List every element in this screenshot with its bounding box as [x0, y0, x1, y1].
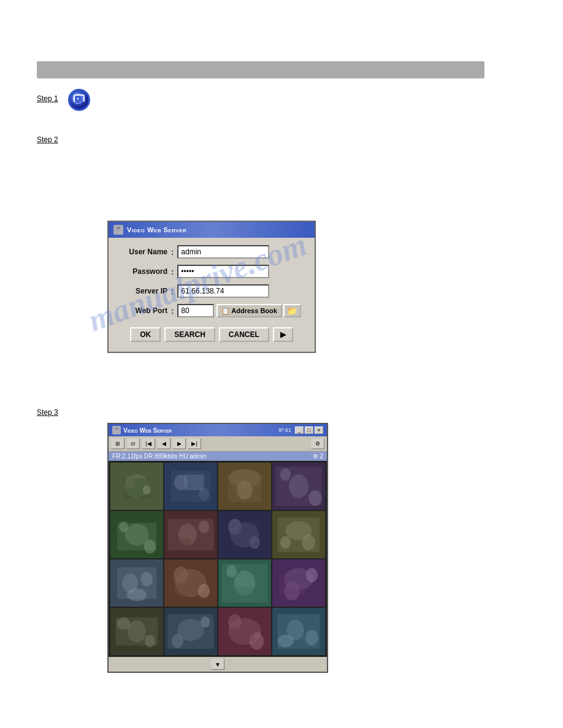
serverip-colon: :	[171, 287, 174, 296]
toolbar-btn-1[interactable]: ⊞	[111, 438, 124, 449]
toolbar-btn-5[interactable]: ▶	[172, 438, 186, 449]
cancel-button[interactable]: CANCEL	[219, 327, 269, 342]
svg-point-2	[77, 97, 79, 100]
webport-label: Web Port	[118, 306, 167, 315]
ok-button[interactable]: OK	[130, 327, 161, 342]
serverip-label: Server IP	[118, 287, 167, 295]
svg-rect-6	[115, 428, 118, 430]
svg-point-64	[306, 568, 318, 582]
vws-toolbar: ⊞ cr |◀ ◀ ▶ ▶| ⚙	[109, 436, 327, 452]
webport-colon: :	[171, 306, 174, 316]
svg-rect-16	[184, 474, 204, 490]
dialog-box: Video Web Server User Name : Password : …	[107, 221, 316, 353]
username-colon: :	[171, 248, 174, 257]
password-label: Password	[118, 267, 167, 276]
vws-titlebar-controls: IP:61 _ □ ×	[278, 427, 323, 434]
video-cell-12[interactable]	[272, 559, 325, 607]
toolbar-btn-4[interactable]: ◀	[157, 438, 170, 449]
vws-window-title: Video Web Server	[123, 427, 172, 434]
svg-point-34	[199, 520, 209, 533]
password-row: Password :	[118, 265, 305, 278]
play-button[interactable]: ▶	[273, 327, 293, 342]
svg-rect-60	[235, 587, 255, 601]
video-cell-7[interactable]	[218, 511, 271, 558]
video-cell-5[interactable]	[110, 511, 163, 558]
folder-icon: 📁	[287, 306, 297, 316]
svg-rect-55	[174, 575, 197, 595]
vws-title-icon	[112, 426, 121, 434]
username-input[interactable]	[177, 245, 269, 259]
svg-point-20	[237, 481, 253, 500]
vws-status-right: ⚙ 2	[313, 453, 323, 460]
video-cell-11[interactable]	[218, 559, 271, 607]
vws-ip-label: IP:61	[278, 427, 291, 433]
dialog-title-text: Video Web Server	[127, 226, 186, 233]
toolbar-btn-3[interactable]: |◀	[142, 438, 155, 449]
svg-point-44	[302, 535, 315, 551]
vws-titlebar: Video Web Server IP:61 _ □ ×	[109, 424, 327, 436]
action-bar: OK SEARCH CANCEL ▶	[118, 324, 305, 344]
svg-point-28	[125, 524, 149, 546]
video-cell-9[interactable]	[110, 559, 163, 607]
svg-rect-65	[279, 575, 305, 595]
toolbar-btn-6[interactable]: ▶|	[188, 438, 201, 449]
svg-point-69	[117, 617, 131, 630]
video-cell-8[interactable]	[272, 511, 325, 558]
video-cell-10[interactable]	[164, 559, 217, 607]
svg-point-0	[73, 94, 83, 104]
svg-rect-80	[232, 625, 255, 641]
password-input[interactable]	[177, 265, 269, 278]
minimize-button[interactable]: _	[295, 427, 304, 434]
svg-point-50	[127, 588, 147, 601]
svg-point-1	[75, 96, 81, 102]
svg-point-85	[278, 635, 294, 648]
video-cell-4[interactable]	[272, 463, 325, 510]
webport-row: Web Port : 📋 Address Book 📁	[118, 304, 305, 317]
vws-window: Video Web Server IP:61 _ □ × ⊞ cr |◀ ◀ ▶…	[107, 423, 328, 673]
toolbar-btn-2[interactable]: cr	[126, 438, 140, 449]
address-book-extra-button[interactable]: 📁	[283, 304, 301, 317]
video-cell-14[interactable]	[164, 608, 217, 655]
serverip-input[interactable]	[177, 284, 269, 298]
webport-input[interactable]	[177, 304, 214, 317]
video-cell-2[interactable]	[164, 463, 217, 510]
vws-status-text: FR:2.11fps DR:889kbits HU:admin	[112, 453, 206, 460]
video-cell-16[interactable]	[272, 608, 325, 655]
address-book-icon: 📋	[221, 307, 230, 315]
svg-point-30	[144, 539, 156, 553]
video-cell-15[interactable]	[218, 608, 271, 655]
step3-label: Step 3	[37, 408, 58, 417]
maximize-button[interactable]: □	[305, 427, 313, 434]
step2-area: Step 2	[37, 135, 58, 144]
svg-point-54	[198, 584, 210, 598]
svg-point-74	[172, 634, 183, 648]
svg-point-70	[145, 635, 155, 648]
address-book-button[interactable]: 📋 Address Book	[216, 304, 282, 317]
svg-point-25	[308, 490, 322, 506]
step3-area: Step 3	[37, 408, 58, 417]
video-cell-3[interactable]	[218, 463, 271, 510]
svg-rect-40	[232, 523, 258, 547]
search-button[interactable]: SEARCH	[164, 327, 215, 342]
vws-title-left: Video Web Server	[112, 426, 172, 434]
video-cell-6[interactable]	[164, 511, 217, 558]
toolbar-settings-btn[interactable]: ⚙	[311, 438, 324, 449]
address-book-label: Address Book	[231, 307, 277, 314]
svg-point-59	[226, 565, 237, 578]
vws-nav-down-button[interactable]: ▼	[211, 659, 224, 670]
svg-point-49	[140, 572, 152, 586]
vws-status-bar: FR:2.11fps DR:889kbits HU:admin ⚙ 2	[109, 452, 327, 461]
close-button[interactable]: ×	[315, 427, 323, 434]
webport-input-group: 📋 Address Book 📁	[177, 304, 301, 317]
step2-label: Step 2	[37, 135, 58, 144]
login-dialog: Video Web Server User Name : Password : …	[107, 221, 316, 353]
svg-point-84	[305, 630, 319, 646]
serverip-row: Server IP :	[118, 284, 305, 298]
video-cell-1[interactable]	[110, 463, 163, 510]
dialog-titlebar-icon	[113, 225, 123, 235]
username-row: User Name :	[118, 245, 305, 259]
svg-point-11	[143, 485, 151, 495]
video-cell-13[interactable]	[110, 608, 163, 655]
dialog-body: User Name : Password : Server IP : Web P…	[109, 238, 315, 352]
vws-video-grid	[109, 461, 327, 657]
